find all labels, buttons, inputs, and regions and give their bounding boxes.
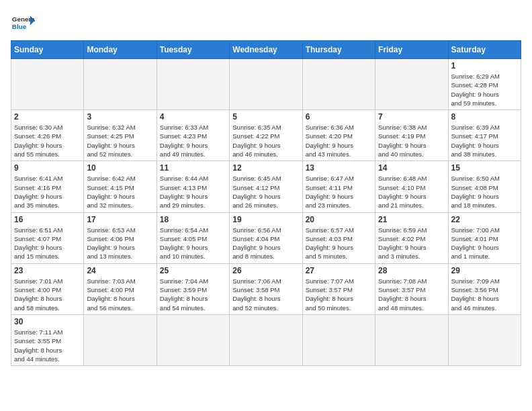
logo-icon: General Blue	[11, 11, 35, 35]
day-number: 12	[232, 163, 299, 173]
day-number: 22	[451, 215, 518, 224]
calendar-cell: 19Sunrise: 6:56 AM Sunset: 4:04 PM Dayli…	[230, 212, 302, 263]
calendar-week-5: 23Sunrise: 7:01 AM Sunset: 4:00 PM Dayli…	[11, 263, 521, 314]
day-info: Sunrise: 7:00 AM Sunset: 4:01 PM Dayligh…	[451, 226, 518, 261]
calendar-cell	[302, 314, 375, 365]
day-number: 18	[160, 215, 226, 224]
day-number: 21	[378, 215, 445, 224]
calendar-cell: 1Sunrise: 6:29 AM Sunset: 4:28 PM Daylig…	[448, 59, 521, 110]
calendar-cell: 5Sunrise: 6:35 AM Sunset: 4:22 PM Daylig…	[230, 110, 302, 161]
day-number: 24	[87, 266, 153, 275]
day-info: Sunrise: 6:32 AM Sunset: 4:25 PM Dayligh…	[87, 123, 153, 158]
calendar-cell: 17Sunrise: 6:53 AM Sunset: 4:06 PM Dayli…	[84, 212, 157, 263]
calendar-cell: 29Sunrise: 7:09 AM Sunset: 3:56 PM Dayli…	[448, 263, 521, 314]
calendar-cell: 12Sunrise: 6:45 AM Sunset: 4:12 PM Dayli…	[230, 161, 302, 212]
calendar-week-4: 16Sunrise: 6:51 AM Sunset: 4:07 PM Dayli…	[11, 212, 521, 263]
day-info: Sunrise: 6:36 AM Sunset: 4:20 PM Dayligh…	[306, 123, 372, 158]
calendar-week-2: 2Sunrise: 6:30 AM Sunset: 4:26 PM Daylig…	[11, 110, 521, 161]
day-number: 2	[14, 112, 81, 122]
day-info: Sunrise: 7:04 AM Sunset: 3:59 PM Dayligh…	[160, 277, 226, 312]
weekday-header-monday: Monday	[84, 41, 157, 59]
weekday-header-row: SundayMondayTuesdayWednesdayThursdayFrid…	[11, 41, 521, 59]
calendar-cell: 25Sunrise: 7:04 AM Sunset: 3:59 PM Dayli…	[157, 263, 229, 314]
day-number: 14	[378, 163, 445, 173]
calendar-cell: 23Sunrise: 7:01 AM Sunset: 4:00 PM Dayli…	[11, 263, 84, 314]
day-number: 7	[378, 112, 445, 122]
calendar-cell	[157, 59, 229, 110]
calendar-week-3: 9Sunrise: 6:41 AM Sunset: 4:16 PM Daylig…	[11, 161, 521, 212]
day-info: Sunrise: 6:51 AM Sunset: 4:07 PM Dayligh…	[14, 226, 81, 261]
calendar-cell: 3Sunrise: 6:32 AM Sunset: 4:25 PM Daylig…	[84, 110, 157, 161]
day-number: 1	[451, 61, 518, 71]
day-info: Sunrise: 6:50 AM Sunset: 4:08 PM Dayligh…	[451, 174, 518, 210]
day-number: 4	[160, 112, 226, 122]
day-info: Sunrise: 6:45 AM Sunset: 4:12 PM Dayligh…	[232, 174, 299, 210]
calendar-cell: 15Sunrise: 6:50 AM Sunset: 4:08 PM Dayli…	[448, 161, 521, 212]
calendar-cell	[375, 314, 448, 365]
day-info: Sunrise: 6:35 AM Sunset: 4:22 PM Dayligh…	[232, 123, 299, 158]
day-info: Sunrise: 6:48 AM Sunset: 4:10 PM Dayligh…	[378, 174, 445, 210]
calendar-cell: 20Sunrise: 6:57 AM Sunset: 4:03 PM Dayli…	[302, 212, 375, 263]
day-info: Sunrise: 6:53 AM Sunset: 4:06 PM Dayligh…	[87, 226, 153, 261]
calendar-cell: 26Sunrise: 7:06 AM Sunset: 3:58 PM Dayli…	[230, 263, 302, 314]
calendar-cell: 14Sunrise: 6:48 AM Sunset: 4:10 PM Dayli…	[375, 161, 448, 212]
calendar-cell: 6Sunrise: 6:36 AM Sunset: 4:20 PM Daylig…	[302, 110, 375, 161]
day-info: Sunrise: 6:33 AM Sunset: 4:23 PM Dayligh…	[160, 123, 226, 158]
day-number: 23	[14, 266, 81, 275]
day-info: Sunrise: 6:42 AM Sunset: 4:15 PM Dayligh…	[87, 174, 153, 210]
day-number: 6	[306, 112, 372, 122]
calendar-cell	[448, 314, 521, 365]
day-number: 16	[14, 215, 81, 224]
weekday-header-sunday: Sunday	[11, 41, 84, 59]
calendar-cell: 27Sunrise: 7:07 AM Sunset: 3:57 PM Dayli…	[302, 263, 375, 314]
calendar-cell	[84, 59, 157, 110]
day-number: 15	[451, 163, 518, 173]
calendar-cell	[157, 314, 229, 365]
calendar-cell: 22Sunrise: 7:00 AM Sunset: 4:01 PM Dayli…	[448, 212, 521, 263]
weekday-header-wednesday: Wednesday	[230, 41, 302, 59]
calendar-cell	[375, 59, 448, 110]
day-number: 28	[378, 266, 445, 275]
calendar-cell: 11Sunrise: 6:44 AM Sunset: 4:13 PM Dayli…	[157, 161, 229, 212]
svg-text:Blue: Blue	[12, 23, 27, 30]
weekday-header-thursday: Thursday	[302, 41, 375, 59]
day-number: 26	[232, 266, 299, 275]
day-info: Sunrise: 7:06 AM Sunset: 3:58 PM Dayligh…	[232, 277, 299, 312]
day-info: Sunrise: 6:30 AM Sunset: 4:26 PM Dayligh…	[14, 123, 81, 158]
calendar-cell	[230, 314, 302, 365]
calendar-cell: 2Sunrise: 6:30 AM Sunset: 4:26 PM Daylig…	[11, 110, 84, 161]
day-info: Sunrise: 6:56 AM Sunset: 4:04 PM Dayligh…	[232, 226, 299, 261]
day-info: Sunrise: 6:29 AM Sunset: 4:28 PM Dayligh…	[451, 72, 518, 107]
calendar-cell: 8Sunrise: 6:39 AM Sunset: 4:17 PM Daylig…	[448, 110, 521, 161]
day-info: Sunrise: 7:07 AM Sunset: 3:57 PM Dayligh…	[306, 277, 372, 312]
day-info: Sunrise: 7:03 AM Sunset: 4:00 PM Dayligh…	[87, 277, 153, 312]
calendar-cell	[302, 59, 375, 110]
calendar-table: SundayMondayTuesdayWednesdayThursdayFrid…	[11, 40, 521, 366]
day-number: 8	[451, 112, 518, 122]
day-info: Sunrise: 7:08 AM Sunset: 3:57 PM Dayligh…	[378, 277, 445, 312]
day-number: 11	[160, 163, 226, 173]
day-number: 9	[14, 163, 81, 173]
calendar-cell	[11, 59, 84, 110]
day-number: 3	[87, 112, 153, 122]
calendar-cell: 16Sunrise: 6:51 AM Sunset: 4:07 PM Dayli…	[11, 212, 84, 263]
day-number: 25	[160, 266, 226, 275]
day-info: Sunrise: 6:59 AM Sunset: 4:02 PM Dayligh…	[378, 226, 445, 261]
day-number: 29	[451, 266, 518, 275]
weekday-header-tuesday: Tuesday	[157, 41, 229, 59]
calendar-week-6: 30Sunrise: 7:11 AM Sunset: 3:55 PM Dayli…	[11, 314, 521, 365]
calendar-cell: 28Sunrise: 7:08 AM Sunset: 3:57 PM Dayli…	[375, 263, 448, 314]
calendar-cell: 24Sunrise: 7:03 AM Sunset: 4:00 PM Dayli…	[84, 263, 157, 314]
calendar-cell: 30Sunrise: 7:11 AM Sunset: 3:55 PM Dayli…	[11, 314, 84, 365]
day-number: 13	[306, 163, 372, 173]
day-info: Sunrise: 7:01 AM Sunset: 4:00 PM Dayligh…	[14, 277, 81, 312]
day-info: Sunrise: 6:44 AM Sunset: 4:13 PM Dayligh…	[160, 174, 226, 210]
day-info: Sunrise: 6:54 AM Sunset: 4:05 PM Dayligh…	[160, 226, 226, 261]
calendar-cell	[84, 314, 157, 365]
calendar-cell	[230, 59, 302, 110]
calendar-week-1: 1Sunrise: 6:29 AM Sunset: 4:28 PM Daylig…	[11, 59, 521, 110]
calendar-cell: 4Sunrise: 6:33 AM Sunset: 4:23 PM Daylig…	[157, 110, 229, 161]
logo: General Blue	[11, 11, 35, 35]
calendar-cell: 7Sunrise: 6:38 AM Sunset: 4:19 PM Daylig…	[375, 110, 448, 161]
day-number: 27	[306, 266, 372, 275]
